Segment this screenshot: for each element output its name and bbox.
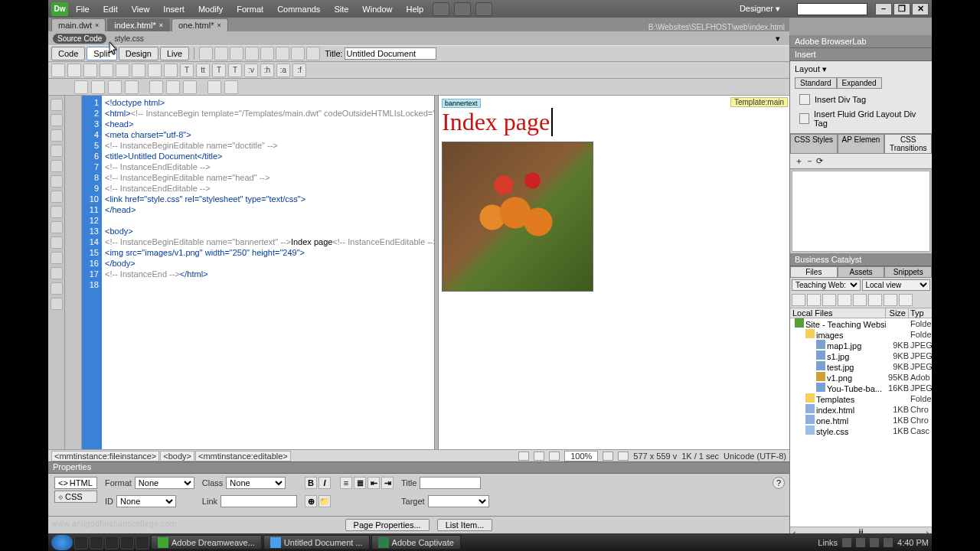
ap-elements-tab[interactable]: AP Elemen xyxy=(838,134,885,154)
gutter-icon[interactable] xyxy=(51,160,63,172)
open-icon[interactable] xyxy=(91,80,105,94)
gutter-icon[interactable] xyxy=(51,129,63,142)
style-css-link[interactable]: style.css xyxy=(111,34,146,44)
prop-css-tab[interactable]: ⟐ CSS xyxy=(54,491,97,503)
tab-one-html[interactable]: one.html*× xyxy=(172,18,228,31)
extend-icon[interactable] xyxy=(454,2,471,16)
close-icon[interactable]: × xyxy=(217,21,220,29)
col-size[interactable]: Size xyxy=(886,308,909,318)
tree-row[interactable]: TemplatesFolde xyxy=(790,393,932,404)
gutter-icon[interactable] xyxy=(51,114,63,126)
tray-icon[interactable] xyxy=(842,538,851,547)
quicklaunch-icon[interactable] xyxy=(105,536,119,549)
globe-icon[interactable] xyxy=(214,47,228,60)
expand-icon[interactable] xyxy=(899,294,913,306)
menu-format[interactable]: Format xyxy=(230,2,270,16)
gutter-icon[interactable] xyxy=(51,298,63,310)
col-local-files[interactable]: Local Files xyxy=(790,308,886,318)
business-catalyst-header[interactable]: Business Catalyst xyxy=(790,253,932,266)
source-code-pill[interactable]: Source Code xyxy=(53,34,106,44)
tree-row[interactable]: Site - Teaching Websi...Folde xyxy=(790,318,932,329)
gutter-icon[interactable] xyxy=(51,282,63,295)
menu-edit[interactable]: Edit xyxy=(97,2,124,16)
menu-help[interactable]: Help xyxy=(400,2,430,16)
prop-html-tab[interactable]: <> HTML xyxy=(54,477,97,489)
link-input[interactable] xyxy=(220,495,297,507)
checkout-icon[interactable] xyxy=(853,294,867,306)
menu-commands[interactable]: Commands xyxy=(271,2,326,16)
gutter-icon[interactable] xyxy=(51,221,63,233)
tb2-icon[interactable] xyxy=(116,64,129,77)
menu-insert[interactable]: Insert xyxy=(157,2,191,16)
tb2-icon[interactable] xyxy=(132,64,145,77)
tb2-icon[interactable] xyxy=(67,64,81,77)
cut-icon[interactable] xyxy=(149,80,163,94)
taskbar-browser[interactable]: Untitled Document ... xyxy=(263,535,370,549)
filter-icon[interactable]: ▾ xyxy=(776,34,785,43)
menu-view[interactable]: View xyxy=(126,2,156,16)
assets-tab[interactable]: Assets xyxy=(838,266,885,278)
link-folder-icon[interactable]: 📁 xyxy=(318,495,331,507)
view-code[interactable]: Code xyxy=(51,47,85,60)
menu-modify[interactable]: Modify xyxy=(192,2,229,16)
tray-icon[interactable] xyxy=(856,538,865,547)
tb2-icon[interactable]: tt xyxy=(196,64,210,77)
tb2-icon[interactable] xyxy=(83,64,97,77)
tb2-icon[interactable]: T xyxy=(180,64,194,77)
close-icon[interactable]: × xyxy=(159,21,163,29)
view-split[interactable]: Split xyxy=(87,47,116,60)
tree-row[interactable]: v1.png95KBAdob xyxy=(790,372,932,383)
gutter-icon[interactable] xyxy=(51,99,63,111)
quicklaunch-icon[interactable] xyxy=(136,536,149,549)
checkin-icon[interactable] xyxy=(868,294,882,306)
menu-site[interactable]: Site xyxy=(328,2,354,16)
workspace-switcher[interactable]: Designer ▾ xyxy=(740,4,780,14)
bold-icon[interactable]: B xyxy=(305,477,317,489)
insert-fluid-grid[interactable]: Insert Fluid Grid Layout Div Tag xyxy=(795,107,927,130)
window-close[interactable]: ✕ xyxy=(912,3,929,15)
ul-icon[interactable]: ≡ xyxy=(340,477,352,489)
design-pane[interactable]: Template:main bannertext Index page xyxy=(439,96,789,449)
zoom-tool-icon[interactable] xyxy=(549,452,560,461)
gutter-icon[interactable] xyxy=(51,252,63,264)
css-transitions-tab[interactable]: CSS Transitions xyxy=(884,134,932,154)
check-icon[interactable] xyxy=(276,47,289,60)
taskbar-dreamweaver[interactable]: Adobe Dreamweave... xyxy=(151,535,262,549)
id-select[interactable]: None xyxy=(116,495,176,507)
device-icon[interactable] xyxy=(618,452,629,461)
insert-div-tag[interactable]: Insert Div Tag xyxy=(795,92,927,107)
insert-category[interactable]: Layout ▾ xyxy=(795,64,927,74)
refresh-icon[interactable] xyxy=(245,47,259,60)
undo-icon[interactable] xyxy=(207,80,221,94)
gutter-icon[interactable] xyxy=(51,191,63,203)
tree-row[interactable]: one.html1KBChro xyxy=(790,415,932,425)
page-properties-button[interactable]: Page Properties... xyxy=(345,519,430,531)
files-tab[interactable]: Files xyxy=(790,266,838,278)
tb2-icon[interactable]: T xyxy=(212,64,226,77)
standard-mode[interactable]: Standard xyxy=(795,77,837,89)
title-input[interactable] xyxy=(345,47,436,60)
browserlab-panel-header[interactable]: Adobe BrowserLab xyxy=(790,35,932,48)
close-icon[interactable]: × xyxy=(95,21,99,29)
tree-row[interactable]: s1.jpg9KBJPEG xyxy=(790,350,932,361)
outdent-icon[interactable]: ⇤ xyxy=(368,477,380,489)
code-text[interactable]: <!doctype html> <html><!-- InstanceBegin… xyxy=(102,96,434,449)
site-icon[interactable] xyxy=(475,2,492,16)
search-input[interactable] xyxy=(797,3,867,15)
quicklaunch-icon[interactable] xyxy=(90,536,103,549)
reload-icon[interactable] xyxy=(306,47,320,60)
paste-icon[interactable] xyxy=(183,80,197,94)
inspect-icon[interactable] xyxy=(230,47,243,60)
tab-index-html[interactable]: index.html*× xyxy=(107,18,170,31)
tree-row[interactable]: imagesFolde xyxy=(790,329,932,340)
tb2-icon[interactable]: T xyxy=(228,64,242,77)
help-icon[interactable]: ? xyxy=(773,477,785,489)
window-size-icon[interactable] xyxy=(603,452,613,461)
tree-row[interactable]: You-Tube-ba...16KBJPEG xyxy=(790,383,932,393)
indent-icon[interactable]: ⇥ xyxy=(381,477,394,489)
tb2-icon[interactable]: :v xyxy=(244,64,258,77)
code-pane[interactable]: 123456789101112131415161718 <!doctype ht… xyxy=(82,96,434,449)
zoom-level[interactable]: 100% xyxy=(564,451,598,461)
layout-icon[interactable] xyxy=(433,2,449,16)
class-select[interactable]: None xyxy=(226,477,286,489)
